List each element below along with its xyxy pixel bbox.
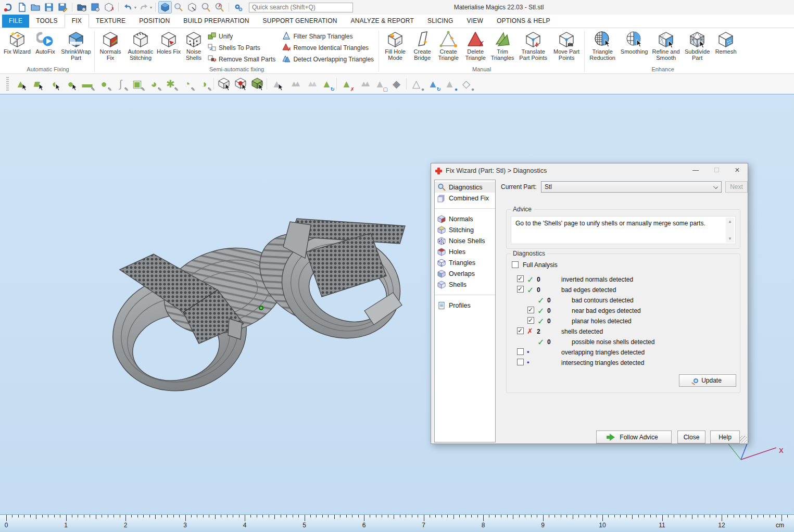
save-icon[interactable]	[43, 2, 55, 13]
wizard-page-combined-fix[interactable]: Combined Fix	[435, 193, 495, 204]
menu-tab-view[interactable]: VIEW	[460, 15, 489, 28]
update-button[interactable]: Update	[679, 374, 736, 387]
invert-marked-icon[interactable]: ▲↻	[320, 77, 334, 91]
plane-marked-icon[interactable]: ◇●	[459, 77, 473, 91]
remove-part-icon[interactable]: ✗	[103, 2, 115, 13]
zoom-in-icon[interactable]	[199, 2, 212, 13]
unmark-shells-icon[interactable]: ▲▲	[356, 77, 370, 91]
diagnostic-checkbox[interactable]	[517, 275, 524, 282]
diagnostic-checkbox[interactable]	[517, 348, 524, 355]
full-analysis-checkbox[interactable]	[512, 261, 519, 268]
wizard-page-normals[interactable]: Normals	[435, 213, 495, 224]
dropdown-caret-icon[interactable]: ▾	[150, 5, 152, 10]
diagnostic-checkbox[interactable]	[517, 359, 524, 365]
dialog-close-icon[interactable]: ×	[727, 163, 748, 178]
scroll-down-icon[interactable]: ▼	[726, 235, 734, 243]
unmark-surface-icon[interactable]: ▲▲	[303, 77, 317, 91]
menu-tab-support-generation[interactable]: SUPPORT GENERATION	[256, 15, 344, 28]
shrinkwrap-button[interactable]: ShrinkWrap Part	[59, 29, 93, 61]
menu-tab-options-help[interactable]: OPTIONS & HELP	[490, 15, 557, 28]
menu-tab-file[interactable]: FILE	[2, 15, 29, 28]
menu-tab-tools[interactable]: TOOLS	[29, 15, 64, 28]
stitching-button[interactable]: Automatic Stitching	[124, 29, 157, 61]
dialog-minimize-button[interactable]: —	[685, 163, 706, 178]
create-bridge-button[interactable]: ✦Create Bridge	[410, 29, 435, 61]
delete-marked-icon[interactable]: ▲✗	[339, 77, 354, 91]
translate-points-button[interactable]: Translate Part Points	[516, 29, 550, 61]
diagnostic-checkbox[interactable]	[527, 307, 534, 313]
menu-tab-slicing[interactable]: SLICING	[421, 15, 460, 28]
mark-surface-icon[interactable]: ◖	[47, 77, 61, 91]
dialog-maximize-button[interactable]	[706, 163, 727, 178]
zoom-to-part-icon[interactable]	[159, 2, 171, 13]
wizard-page-stitching[interactable]: Stitching	[435, 224, 495, 235]
star-mark-icon[interactable]: ✱✎	[163, 77, 178, 91]
sector-mark-icon[interactable]: ◑✎	[197, 77, 211, 91]
delete-triangle-button[interactable]: ✗Delete Triangle	[462, 29, 489, 61]
unify-button[interactable]: Unify	[207, 31, 279, 42]
wizard-page-triangles[interactable]: Triangles	[435, 257, 495, 268]
redo-icon[interactable]	[137, 2, 150, 13]
noise-shells-button[interactable]: Noise Shells	[181, 29, 207, 61]
menu-tab-analyze-report[interactable]: ANALYZE & REPORT	[344, 15, 421, 28]
move-points-button[interactable]: Move Part Points	[550, 29, 583, 61]
close-button[interactable]: Close	[677, 430, 705, 444]
normals-fix-button[interactable]: Normals Fix	[96, 29, 124, 61]
triangle-reduction-button[interactable]: Triangle Reduction	[586, 29, 619, 61]
copy-marked-icon[interactable]: ▲▢	[373, 77, 387, 91]
open-file-icon[interactable]	[29, 2, 42, 13]
shade-marked-icon[interactable]: ◆	[389, 77, 404, 91]
remove-identical-button[interactable]: ✗Remove Identical Triangles	[281, 42, 377, 54]
unzoom-part-icon[interactable]	[186, 2, 198, 13]
remove-small-parts-button[interactable]: ✗Remove Small Parts	[207, 54, 279, 65]
brush-mark-icon[interactable]: ◕✎	[147, 77, 161, 91]
refine-smooth-button[interactable]: Refine and Smooth	[650, 29, 682, 61]
export-part-icon[interactable]	[89, 2, 102, 13]
diagnostic-checkbox[interactable]	[517, 286, 524, 293]
mark-triangle-icon[interactable]: ▲	[14, 77, 28, 91]
scroll-up-icon[interactable]: ▲	[726, 218, 734, 225]
dialog-resize-grip[interactable]	[740, 436, 747, 443]
toolbar-drag-handle[interactable]	[6, 77, 9, 91]
dropdown-caret-icon[interactable]: ▾	[134, 5, 136, 10]
create-triangle-button[interactable]: ✦Create Triangle	[435, 29, 462, 61]
fill-hole-button[interactable]: ✦Fill Hole Mode	[381, 29, 410, 61]
detect-overlapping-button[interactable]: Detect Overlapping Triangles	[281, 54, 377, 65]
settings-icon[interactable]	[232, 2, 245, 13]
follow-advice-button[interactable]: Follow Advice	[596, 430, 672, 444]
subdivide-button[interactable]: Subdivide Part	[682, 29, 712, 61]
mark-all-icon[interactable]	[250, 77, 264, 91]
import-part-icon[interactable]	[75, 2, 88, 13]
remesh-button[interactable]: Remesh	[712, 29, 739, 55]
menu-tab-texture[interactable]: TEXTURE	[89, 15, 132, 28]
circle-mark-icon[interactable]: ◔✎	[180, 77, 194, 91]
holes-fix-button[interactable]: Holes Fix	[157, 29, 181, 55]
new-scene-icon[interactable]	[16, 2, 28, 13]
wizard-page-diagnostics[interactable]: Diagnostics	[435, 182, 495, 193]
smoothing-button[interactable]: Smoothing	[619, 29, 650, 55]
wizard-page-noise-shells[interactable]: Noise Shells	[435, 235, 495, 246]
save-as-icon[interactable]	[56, 2, 69, 13]
advice-scrollbar[interactable]: ▲ ▼	[726, 218, 734, 243]
diagnostic-checkbox[interactable]	[517, 327, 524, 334]
window-mark-icon[interactable]: ▣✎	[130, 77, 144, 91]
wizard-page-profiles[interactable]: Profiles	[435, 300, 495, 311]
trim-triangles-button[interactable]: Trim Triangles	[489, 29, 516, 61]
quick-search-input[interactable]	[249, 3, 353, 12]
zoom-selection-icon[interactable]	[172, 2, 185, 13]
point-marked-icon[interactable]: ▲●	[443, 77, 457, 91]
wizard-page-shells[interactable]: Shells	[435, 279, 495, 290]
curve-mark-icon[interactable]: ∫✎	[114, 77, 128, 91]
filter-sharp-button[interactable]: Filter Sharp Triangles	[281, 31, 377, 42]
shells-to-parts-button[interactable]: Shells To Parts	[207, 42, 279, 54]
mark-plane-icon[interactable]: ■	[30, 77, 44, 91]
unmark-plane-icon[interactable]: ▲▲	[286, 77, 300, 91]
update-marked-icon[interactable]: ▲↻	[426, 77, 440, 91]
next-button[interactable]: Next	[725, 181, 748, 193]
rectangle-mark-icon[interactable]: ▬✎	[80, 77, 94, 91]
undo-icon[interactable]	[122, 2, 134, 13]
mark-through-icon[interactable]	[233, 77, 247, 91]
zoom-out-icon[interactable]: ✗	[213, 2, 225, 13]
wizard-page-overlaps[interactable]: Overlaps	[435, 268, 495, 279]
free-form-mark-icon[interactable]: ●✎	[97, 77, 111, 91]
